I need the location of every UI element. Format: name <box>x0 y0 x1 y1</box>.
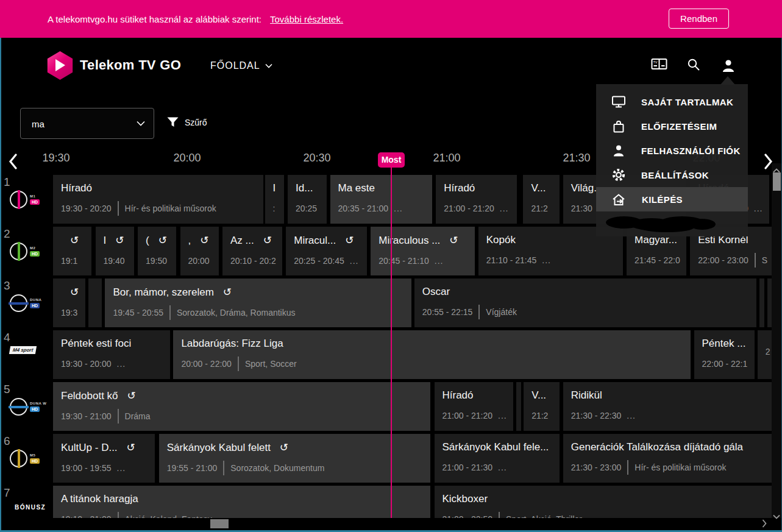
divider <box>169 305 171 320</box>
program-time: 19:40 <box>104 256 125 266</box>
scroll-up-icon[interactable] <box>773 165 780 176</box>
date-select[interactable]: ma <box>20 108 154 139</box>
now-badge[interactable]: Most <box>378 152 405 168</box>
divider <box>627 460 628 475</box>
channel-number: 4 <box>4 331 10 344</box>
program-time: 21:2 <box>531 411 548 420</box>
scroll-right-icon[interactable] <box>762 519 767 530</box>
epg-program-block[interactable]: V...21:2 <box>523 175 560 224</box>
program-time: 21:30 <box>571 204 592 213</box>
program-time: 21:30 - 22:30 <box>571 411 622 420</box>
epg-program-block[interactable] <box>88 278 102 327</box>
epg-program-block[interactable]: V...21:2 <box>524 382 560 431</box>
epg-program-block[interactable]: Híradó21:00 - 21:20... <box>435 382 513 431</box>
epg-program-block[interactable]: Generációk Találkozása díjátadó gála21:3… <box>563 434 782 483</box>
epg-program-block[interactable]: ,↺20:00 <box>180 227 219 275</box>
cookie-accept-button[interactable]: Rendben <box>669 9 729 29</box>
channel-logo-icon[interactable]: DUNA WHD <box>10 398 46 416</box>
program-time: 22:00 - 22:1 <box>702 359 748 369</box>
epg-program-block[interactable] <box>759 278 764 327</box>
program-time: 19:50 <box>146 256 167 266</box>
more-ellipsis: ... <box>350 256 359 266</box>
program-genre: Vígjáték <box>486 307 517 317</box>
vertical-scrollbar[interactable] <box>772 163 782 519</box>
more-ellipsis: ... <box>627 411 636 420</box>
channel-number: 2 <box>4 227 10 241</box>
menu-item-sajat-tartalmak[interactable]: SAJÁT TARTALMAK <box>596 90 748 114</box>
program-time: 19:30 - 20:00 <box>61 359 112 369</box>
epg-program-block[interactable]: Sárkányok Kabul felett↺19:55 - 21:00Soro… <box>159 434 430 483</box>
scroll-down-icon[interactable] <box>773 511 780 522</box>
menu-item-elofizeteseim[interactable]: ELŐFIZETÉSEIM <box>596 114 748 138</box>
epg-program-block[interactable]: Bor, mámor, szerelem↺19:45 - 20:55Soroza… <box>105 278 411 327</box>
person-icon <box>611 144 626 157</box>
channel-logo-icon[interactable]: M4 sport <box>10 346 36 354</box>
program-genre: Dráma <box>125 411 151 421</box>
timeline-prev-arrow[interactable] <box>7 153 18 172</box>
epg-program-block[interactable]: Miracul...↺20:25 - 20:45... <box>286 227 367 275</box>
menu-item-beallitasok[interactable]: BEÁLLÍTÁSOK <box>596 163 748 187</box>
horizontal-scrollbar-thumb[interactable] <box>210 519 229 528</box>
menu-item-felhasznaloi-fiok[interactable]: FELHASZNÁLÓI FIÓK <box>596 138 748 163</box>
epg-grid-icon[interactable]: TV <box>651 58 667 74</box>
epg-program-block[interactable]: Híradó19:30 - 20:20Hír- és politikai műs… <box>53 175 263 224</box>
program-title: Péntek ... <box>702 338 746 350</box>
program-title: I <box>273 182 276 194</box>
filter-button[interactable]: Szűrő <box>167 117 207 127</box>
program-title: Labdarúgás: Fizz Liga <box>181 338 283 350</box>
epg-program-block[interactable]: Péntek esti foci19:30 - 20:00... <box>53 330 170 379</box>
channel-logo-icon[interactable]: M2HD <box>10 243 40 260</box>
epg-program-block[interactable]: Az ...↺20:10 - 20:2 <box>222 227 282 275</box>
epg-program-block[interactable] <box>516 382 521 431</box>
epg-program-block[interactable]: Labdarúgás: Fizz Liga20:00 - 22:00Sport,… <box>173 330 691 379</box>
chevron-down-icon <box>137 121 145 126</box>
replay-icon: ↺ <box>263 234 272 247</box>
program-genre: Hír- és politikai műsorok <box>125 204 216 213</box>
program-time: 20:00 <box>188 256 210 266</box>
channel-logo-icon[interactable]: BÓNUSZ <box>15 504 46 511</box>
menu-caret <box>720 76 735 85</box>
timeline-label: 19:30 <box>42 152 69 165</box>
epg-program-block[interactable]: Ma este20:35 - 21:00... <box>330 175 433 224</box>
epg-program-block[interactable]: Oscar20:55 - 22:15Vígjáték <box>414 278 756 327</box>
epg-program-block[interactable]: ↺19:1 <box>53 227 91 275</box>
program-time: 2 <box>766 347 770 356</box>
nav-fooldal[interactable]: FŐOLDAL <box>210 60 272 71</box>
epg-program-block[interactable]: KultUp - D...↺19:00 - 19:55... <box>53 434 155 483</box>
search-icon[interactable] <box>686 58 701 75</box>
window-border-left <box>0 38 1 532</box>
divider <box>223 461 224 475</box>
menu-item-kilepes[interactable]: KILÉPÉS <box>596 187 748 211</box>
cookie-details-link[interactable]: További részletek. <box>270 14 343 24</box>
program-genre: Sorozatok, Dokumentum <box>230 463 324 473</box>
redacted-username <box>606 213 716 235</box>
account-icon[interactable] <box>720 58 736 76</box>
divider <box>755 253 756 268</box>
epg-program-block[interactable]: Miraculous ...↺20:45 - 21:10... <box>371 227 475 275</box>
telekom-logo-icon[interactable] <box>46 51 74 80</box>
more-ellipsis: ... <box>117 463 126 473</box>
program-title: Bor, mámor, szerelem <box>113 286 213 299</box>
channel-logo-icon[interactable]: M5HD <box>10 450 40 467</box>
epg-program-block[interactable]: Feldobott kő↺19:30 - 21:00Dráma <box>53 382 430 431</box>
epg-program-block[interactable]: Sárkányok Kabul fele...21:00 - 21:30... <box>435 434 560 483</box>
divider <box>118 201 119 216</box>
timeline-label: 20:00 <box>173 152 201 165</box>
epg-program-block[interactable]: (↺19:50 <box>138 227 176 275</box>
timeline-label: 20:30 <box>303 152 330 165</box>
epg-program-block[interactable]: Péntek ...22:00 - 22:1 <box>694 330 755 379</box>
epg-program-block[interactable]: Ridikül21:30 - 22:30... <box>563 382 782 431</box>
epg-program-block[interactable]: I↺19:40 <box>96 227 134 275</box>
epg-program-block[interactable]: Id...20:25 <box>288 175 327 224</box>
epg-program-block[interactable]: Híradó21:00 - 21:20... <box>436 175 517 224</box>
channel-logo-icon[interactable]: M1HD <box>10 191 40 208</box>
timeline-label: 21:30 <box>563 152 590 165</box>
replay-icon: ↺ <box>158 234 167 247</box>
divider <box>238 356 239 371</box>
epg-program-block[interactable]: I: <box>265 175 285 224</box>
program-time: 19:00 - 19:55 <box>61 463 112 473</box>
program-time: 21:00 - 21:20 <box>444 204 494 213</box>
epg-program-block[interactable]: ↺19:3 <box>53 278 85 327</box>
program-time: 19:30 - 20:20 <box>61 204 112 213</box>
channel-logo-icon[interactable]: DUNAHD <box>10 294 41 312</box>
